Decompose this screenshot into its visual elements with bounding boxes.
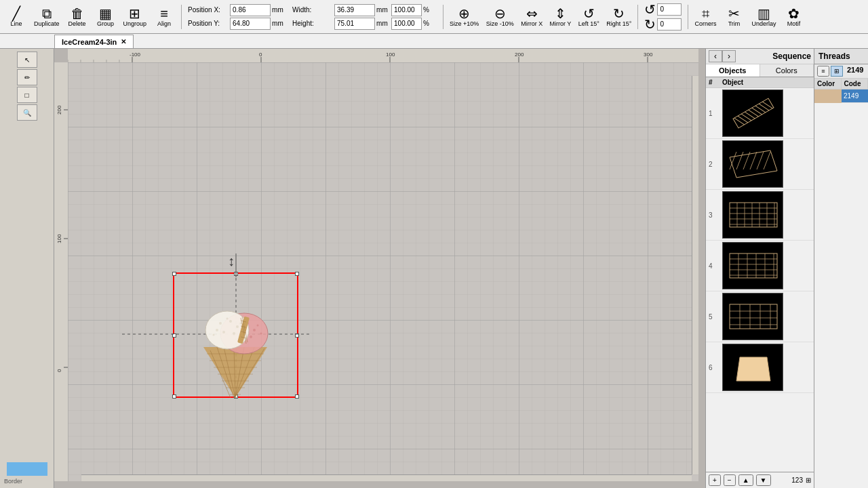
svg-point-52	[260, 333, 262, 335]
svg-rect-0	[68, 49, 698, 62]
separator-3	[637, 5, 638, 29]
duplicate-button[interactable]: ⧉ Duplicate	[31, 2, 62, 32]
object-item-5[interactable]: 5	[706, 291, 814, 342]
height-input[interactable]	[334, 18, 375, 30]
rotate-input[interactable]	[657, 3, 682, 16]
motif-icon: ✿	[788, 7, 800, 20]
tool-select[interactable]: ↖	[17, 52, 37, 68]
object-thumb-4	[722, 242, 783, 289]
position-y-input[interactable]	[230, 18, 271, 30]
align-icon: ≡	[160, 7, 168, 20]
line-button[interactable]: ╱ Line	[3, 2, 30, 32]
left-panel: ↖ ✏ □ 🔍 Border	[0, 49, 54, 488]
trim-button[interactable]: ✂ Trim	[720, 2, 747, 32]
svg-marker-126	[736, 357, 770, 381]
size-plus-button[interactable]: ⊕ Size +10%	[447, 2, 481, 32]
canvas-area[interactable]: -100 0 100 200 300 200	[54, 49, 705, 488]
object-thumb-1	[722, 89, 783, 137]
tool-pencil[interactable]: ✏	[17, 69, 37, 85]
grid-svg	[68, 62, 698, 481]
mirror-y-icon: ⇕	[555, 7, 566, 20]
seq-down-button[interactable]: ▼	[756, 474, 771, 486]
svg-point-59	[222, 331, 225, 333]
group-button[interactable]: ▦ Group	[92, 2, 119, 32]
width-label: Width:	[292, 6, 333, 14]
size-plus-icon: ⊕	[458, 7, 470, 20]
object-item-1[interactable]: 1	[706, 88, 814, 139]
svg-point-61	[216, 329, 218, 331]
delete-button[interactable]: 🗑 Delete	[64, 2, 91, 32]
rotate-icon: ↺	[644, 3, 656, 16]
width-input[interactable]	[334, 4, 375, 16]
threads-view-list[interactable]: ≡	[817, 66, 829, 77]
flip-row: ↻	[644, 18, 682, 31]
position-x-input[interactable]	[230, 4, 271, 16]
scrollbar-bottom[interactable]	[81, 474, 692, 481]
object-item-2[interactable]: 2	[706, 139, 814, 190]
svg-text:0: 0	[259, 52, 262, 58]
tab-close-icon[interactable]: ✕	[121, 38, 126, 45]
line-icon: ╱	[12, 7, 20, 20]
svg-rect-25	[68, 62, 698, 481]
position-y-label: Position Y:	[188, 20, 229, 27]
motif-button[interactable]: ✿ Motif	[781, 2, 808, 32]
file-tab[interactable]: IceCream24-3in ✕	[54, 35, 134, 48]
object-thumb-5	[722, 293, 783, 340]
mirror-x-button[interactable]: ⇔ Mirror X	[518, 2, 545, 32]
seq-next-button[interactable]: ›	[722, 50, 736, 62]
svg-rect-16	[54, 62, 68, 481]
height-pct-input[interactable]	[391, 18, 422, 30]
seq-remove-button[interactable]: −	[724, 474, 736, 486]
svg-point-62	[226, 318, 229, 320]
svg-rect-73	[723, 89, 783, 137]
align-button[interactable]: ≡ Align	[151, 2, 178, 32]
threads-cols-header: Color Code	[814, 79, 868, 89]
seq-up-button[interactable]: ▲	[738, 474, 753, 486]
height-row: Height: mm %	[292, 18, 437, 30]
threads-view-grid[interactable]: ⊞	[831, 66, 843, 77]
height-label: Height:	[292, 20, 333, 27]
svg-point-51	[257, 325, 259, 327]
object-thumb-6	[722, 344, 783, 391]
threads-header: Threads	[814, 49, 868, 64]
svg-text:100: 100	[386, 52, 395, 58]
underlay-icon: ▥	[757, 7, 770, 20]
corners-icon: ⌗	[702, 7, 709, 20]
separator-1	[181, 5, 182, 29]
ungroup-icon: ⊞	[129, 7, 140, 20]
width-pct-input[interactable]	[391, 4, 422, 16]
seq-add-button[interactable]: +	[709, 474, 721, 486]
size-minus-button[interactable]: ⊖ Size -10%	[483, 2, 517, 32]
tabbar: IceCream24-3in ✕	[0, 34, 868, 49]
sequence-tabs: Objects Colors	[706, 64, 814, 77]
underlay-button[interactable]: ▥ Underlay	[749, 2, 778, 32]
main-canvas[interactable]: ↕	[68, 62, 698, 481]
tab-colors[interactable]: Colors	[760, 64, 814, 77]
seq-prev-button[interactable]: ‹	[709, 50, 722, 62]
svg-text:300: 300	[644, 52, 653, 58]
threads-list[interactable]: 2149	[814, 89, 868, 488]
embroidery-design	[173, 272, 298, 398]
scrollbar-right[interactable]	[692, 76, 698, 474]
left-15-icon: ↺	[583, 7, 595, 20]
left-15-button[interactable]: ↺ Left 15°	[575, 2, 602, 32]
tool-shape[interactable]: □	[17, 87, 37, 103]
object-list[interactable]: 1	[706, 88, 814, 472]
ungroup-button[interactable]: ⊞ Ungroup	[121, 2, 150, 32]
right-15-button[interactable]: ↻ Right 15°	[604, 2, 634, 32]
mirror-y-button[interactable]: ⇕ Mirror Y	[547, 2, 574, 32]
flip-input[interactable]	[657, 18, 682, 30]
size-minus-icon: ⊖	[494, 7, 506, 20]
threads-panel: Threads ≡ ⊞ 2149 Color Code 2149	[814, 49, 868, 488]
position-y-row: Position Y: mm	[188, 18, 285, 30]
color-swatch-border[interactable]	[7, 462, 47, 476]
svg-text:-100: -100	[130, 52, 141, 58]
thread-item-1[interactable]: 2149	[814, 89, 868, 103]
object-item-6[interactable]: 6	[706, 342, 814, 393]
svg-text:0: 0	[56, 369, 62, 372]
object-item-3[interactable]: 3	[706, 190, 814, 241]
tab-objects[interactable]: Objects	[706, 64, 760, 77]
tool-zoom[interactable]: 🔍	[17, 104, 37, 121]
corners-button[interactable]: ⌗ Corners	[692, 2, 719, 32]
object-item-4[interactable]: 4	[706, 241, 814, 291]
